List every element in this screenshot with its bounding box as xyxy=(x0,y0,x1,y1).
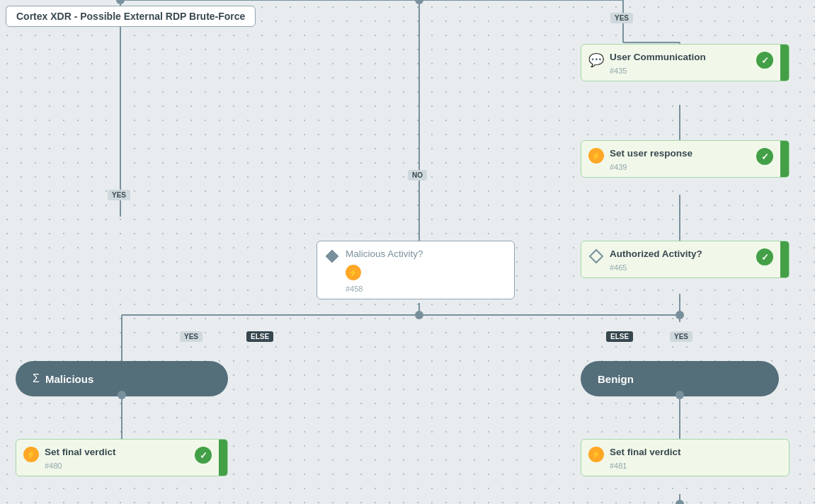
set-final-verdict-left-id: #480 xyxy=(45,462,190,470)
label-yes-auth: YES xyxy=(670,331,693,342)
svg-marker-21 xyxy=(326,250,338,263)
svg-marker-20 xyxy=(590,250,603,263)
label-yes-1: YES xyxy=(610,13,633,23)
label-else-2: ELSE xyxy=(606,331,633,342)
dot-left-branch xyxy=(116,0,125,4)
malicious-activity-title: Malicious Activity? xyxy=(346,248,423,259)
diamond-icon-mal xyxy=(324,248,340,264)
dot-benign-bottom xyxy=(676,391,684,399)
authorized-activity-id: #465 xyxy=(610,263,752,272)
dot-no-junction xyxy=(415,311,423,319)
dot-malicious-bottom xyxy=(118,391,126,399)
set-final-verdict-right-node[interactable]: Set final verdict #481 xyxy=(581,439,790,476)
sigma-icon: Σ xyxy=(33,372,40,385)
diamond-icon-auth xyxy=(588,248,604,264)
set-user-response-node[interactable]: Set user response #439 xyxy=(581,140,790,178)
lightning-icon-response xyxy=(588,148,604,164)
page-title: Cortex XDR - Possible External RDP Brute… xyxy=(6,6,256,27)
user-communication-id: #435 xyxy=(610,67,752,75)
set-final-verdict-left-node[interactable]: Set final verdict #480 xyxy=(16,439,228,476)
green-bar xyxy=(780,45,789,81)
dot-top-center xyxy=(415,0,423,4)
label-no-1: NO xyxy=(408,170,427,181)
set-user-response-title: Set user response xyxy=(610,148,752,159)
label-else-1: ELSE xyxy=(246,331,273,342)
user-communication-title: User Communication xyxy=(610,52,752,62)
dot-verdict-right-bottom xyxy=(676,500,684,504)
check-icon xyxy=(756,52,773,69)
benign-label: Benign xyxy=(598,373,634,385)
green-bar-auth xyxy=(780,241,789,277)
set-final-verdict-right-title: Set final verdict xyxy=(610,447,782,457)
green-bar-verdict-left xyxy=(219,440,227,476)
malicious-activity-node[interactable]: Malicious Activity? #458 xyxy=(317,241,515,299)
label-yes-2: YES xyxy=(108,190,130,200)
set-final-verdict-left-title: Set final verdict xyxy=(45,447,190,457)
check-icon-verdict-left xyxy=(195,447,212,464)
lightning-icon-mal xyxy=(346,265,361,280)
label-yes-3: YES xyxy=(180,331,203,342)
set-user-response-id: #439 xyxy=(610,163,752,171)
dot-auth-bottom xyxy=(676,311,684,319)
user-communication-node[interactable]: 💬 User Communication #435 xyxy=(581,44,790,81)
malicious-label: Malicious xyxy=(45,373,93,385)
malicious-activity-id: #458 xyxy=(346,285,423,293)
chat-icon: 💬 xyxy=(588,52,604,68)
lightning-icon-verdict-right xyxy=(588,447,604,462)
check-icon-response xyxy=(756,148,773,165)
authorized-activity-title: Authorized Activity? xyxy=(610,248,752,259)
check-icon-auth xyxy=(756,248,773,265)
authorized-activity-node[interactable]: Authorized Activity? #465 xyxy=(581,241,790,278)
lightning-icon-verdict-left xyxy=(23,447,39,462)
green-bar-response xyxy=(780,141,789,177)
set-final-verdict-right-id: #481 xyxy=(610,462,782,470)
